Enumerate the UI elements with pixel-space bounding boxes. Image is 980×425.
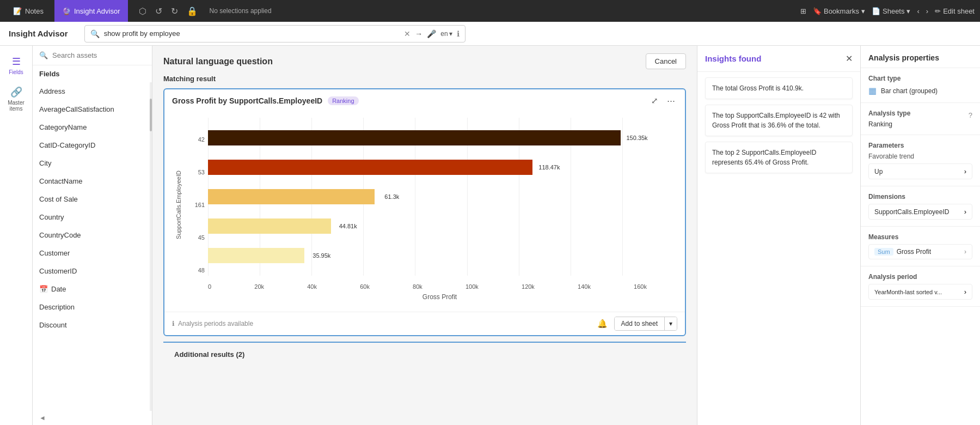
sidebar-collapse-arrow[interactable]: ◄: [33, 411, 152, 425]
sidebar-item-date[interactable]: 📅 Date: [33, 280, 152, 298]
sidebar-master-items-icon[interactable]: 🔗 Master items: [0, 82, 32, 116]
sidebar-item-avgcallsatisfaction[interactable]: AverageCallSatisfaction: [33, 100, 152, 118]
sidebar-item-costofsale[interactable]: Cost of Sale: [33, 190, 152, 208]
bar-3: 44.81k: [208, 218, 331, 234]
favorable-trend-value: Up: [874, 168, 883, 175]
sidebar-item-categoryname[interactable]: CategoryName: [33, 118, 152, 136]
notes-tab[interactable]: 📝 Notes: [5, 0, 51, 22]
calendar-icon: 📅: [39, 285, 48, 293]
chart-plot-area: 150.35k 118.47k: [208, 118, 674, 292]
insight-advisor-tab[interactable]: 🔮 Insight Advisor: [54, 0, 128, 22]
main-layout: ☰ Fields 🔗 Master items 🔍 Fields Address…: [0, 46, 980, 425]
insight-item-1: The top SupportCalls.EmployeeID is 42 wi…: [705, 105, 853, 136]
dimensions-label: Dimensions: [868, 193, 972, 201]
chart-card-header: Gross Profit by SupportCalls.EmployeeID …: [164, 89, 685, 112]
bar-4: 35.95k: [208, 248, 304, 263]
more-options-icon[interactable]: ⋯: [665, 95, 677, 107]
smart-search-icon[interactable]: ⬡: [137, 4, 149, 19]
favorable-trend-selector[interactable]: Up ›: [868, 163, 972, 179]
cancel-button[interactable]: Cancel: [646, 53, 686, 69]
sidebar-item-countrycode[interactable]: CountryCode: [33, 226, 152, 244]
app-title: Insight Advisor: [9, 29, 68, 38]
secondbar: Insight Advisor 🔍 ✕ → 🎤 en ▾ ℹ: [0, 22, 980, 46]
sidebar-item-country[interactable]: Country: [33, 208, 152, 226]
lang-chevron: ▾: [449, 30, 452, 38]
chart-actions: ⤢ ⋯: [649, 95, 677, 107]
analysis-properties-title: Analysis properties: [861, 46, 980, 68]
insight-icon: 🔮: [62, 7, 71, 15]
nav-back-icon[interactable]: ‹: [917, 7, 919, 15]
bar-row-3: 44.81k: [208, 216, 647, 236]
sidebar-item-city[interactable]: City: [33, 154, 152, 172]
search-submit-icon[interactable]: →: [415, 29, 422, 38]
chart-type-row: ▦ Bar chart (grouped): [868, 86, 972, 96]
share-icon[interactable]: 🔔: [595, 318, 610, 330]
bar-chart-container: SupportCalls.EmployeeID 42 53 161 45 48: [164, 112, 685, 312]
sidebar-item-discount[interactable]: Discount: [33, 316, 152, 334]
sidebar-item-customerid[interactable]: CustomerID: [33, 262, 152, 280]
favorable-trend-chevron: ›: [964, 167, 966, 175]
sidebar-item-customer[interactable]: Customer: [33, 244, 152, 262]
bar-0: 150.35k: [208, 130, 621, 145]
bar-row-4: 35.95k: [208, 246, 647, 265]
sheets-button[interactable]: 📄 Sheets ▾: [872, 7, 910, 15]
language-selector[interactable]: en ▾: [440, 30, 452, 38]
insights-header: Insights found ✕: [697, 46, 860, 72]
sidebar-list: Address AverageCallSatisfaction Category…: [33, 82, 152, 411]
grid-icon[interactable]: ⊞: [800, 7, 806, 15]
analysis-period-selector[interactable]: YearMonth-last sorted v... ›: [868, 284, 972, 300]
sidebar-item-description[interactable]: Description: [33, 298, 152, 316]
bookmarks-button[interactable]: 🔖 Bookmarks ▾: [813, 7, 865, 15]
dimension-selector[interactable]: SupportCalls.EmployeeID ›: [868, 204, 972, 220]
sheets-icon: 📄: [872, 7, 880, 15]
chart-type-section: Chart type ▦ Bar chart (grouped): [861, 68, 980, 103]
analysis-period-value: YearMonth-last sorted v...: [874, 289, 942, 295]
undo-icon[interactable]: ↺: [153, 4, 164, 19]
redo-icon[interactable]: ↻: [169, 4, 180, 19]
sidebar-item-address[interactable]: Address: [33, 82, 152, 100]
chart-footer-right: 🔔 Add to sheet ▾: [595, 317, 677, 331]
chart-footer: ℹ Analysis periods available 🔔 Add to sh…: [164, 312, 685, 335]
add-to-sheet-button[interactable]: Add to sheet: [615, 317, 665, 330]
nav-forward-icon[interactable]: ›: [926, 7, 928, 15]
sidebar-item-catid[interactable]: CatID-CategoryID: [33, 136, 152, 154]
main-center: Natural language question Cancel Matchin…: [152, 46, 697, 425]
ranking-badge: Ranking: [328, 96, 358, 105]
bar-value-2: 61.3k: [384, 193, 399, 200]
measure-selector[interactable]: Sum Gross Profit ›: [868, 244, 972, 259]
content-scroll[interactable]: Natural language question Cancel Matchin…: [152, 46, 697, 425]
search-clear-icon[interactable]: ✕: [404, 29, 411, 38]
lock-icon[interactable]: 🔒: [185, 4, 200, 19]
bar-row-1: 118.47k: [208, 157, 647, 177]
analysis-periods-label: ℹ Analysis periods available: [172, 320, 253, 327]
sidebar-panel: 🔍 Fields Address AverageCallSatisfaction…: [33, 46, 152, 425]
bar-2: 61.3k: [208, 189, 375, 204]
chart-card: Gross Profit by SupportCalls.EmployeeID …: [163, 88, 686, 336]
right-panel: Analysis properties Chart type ▦ Bar cha…: [860, 46, 980, 425]
analysis-period-section: Analysis period YearMonth-last sorted v.…: [861, 266, 980, 307]
search-input[interactable]: [104, 29, 400, 38]
analysis-type-header: Analysis type ?: [868, 110, 972, 120]
notes-icon: 📝: [13, 7, 22, 15]
sidebar-search-input[interactable]: [52, 51, 145, 59]
analysis-period-label: Analysis period: [868, 273, 972, 281]
sidebar-item-contactname[interactable]: ContactName: [33, 172, 152, 190]
add-to-sheet-dropdown-icon[interactable]: ▾: [665, 317, 677, 330]
microphone-icon[interactable]: 🎤: [427, 29, 436, 38]
measure-chevron: ›: [964, 248, 966, 256]
fields-icon: ☰: [12, 56, 21, 68]
bar-value-4: 35.95k: [313, 252, 330, 259]
bar-row-2: 61.3k: [208, 187, 647, 207]
sheets-chevron: ▾: [906, 7, 910, 15]
info-icon[interactable]: ℹ: [457, 29, 460, 38]
expand-icon[interactable]: ⤢: [649, 95, 660, 107]
matching-result-label: Matching result: [152, 75, 697, 88]
bars-area: 150.35k 118.47k: [208, 118, 647, 276]
edit-sheet-button[interactable]: ✏ Edit sheet: [935, 7, 975, 15]
analysis-type-help-icon[interactable]: ?: [969, 111, 972, 119]
insights-close-button[interactable]: ✕: [846, 53, 853, 64]
analysis-type-value: Ranking: [868, 120, 972, 128]
insight-item-0: The total Gross Profit is 410.9k.: [705, 77, 853, 99]
sidebar-fields-icon[interactable]: ☰ Fields: [0, 51, 32, 80]
measures-label: Measures: [868, 233, 972, 241]
